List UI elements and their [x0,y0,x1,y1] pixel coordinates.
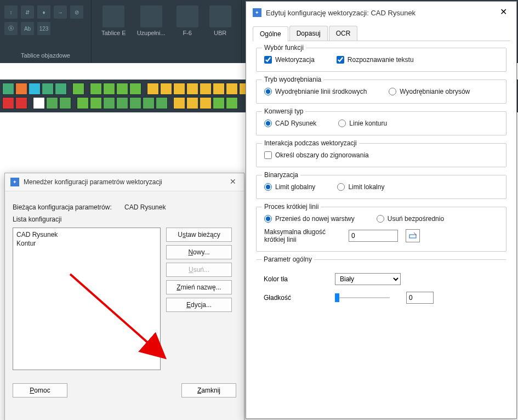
tool-icon[interactable] [213,83,225,95]
fieldset-general-param: Parametr ogólny Kolor tła Biały Gładkość [256,259,506,304]
tool-icon[interactable] [42,83,54,95]
tool-icon[interactable] [226,83,238,95]
radio-local-limit[interactable]: Limit lokalny [337,183,384,191]
tool-icon[interactable] [213,97,225,109]
tool-icon[interactable] [116,97,128,109]
config-listbox[interactable]: CAD Rysunek Kontur [13,228,161,370]
legend: Tryb wyodrębniania [262,76,323,83]
legend: Wybór funkcji [262,44,306,52]
tool-icon[interactable] [129,83,141,95]
radio-centerline[interactable]: Wyodrębnianie linii środkowych [264,88,367,95]
ribbon-icon[interactable]: ⇵ [21,5,34,19]
radio-cad-drawing[interactable]: CAD Rysunek [264,120,316,127]
fieldset-short-line: Proces krótkiej linii Przenieś do nowej … [256,207,506,252]
tool-icon[interactable] [90,97,102,109]
svg-rect-1 [409,235,416,238]
tab-ocr[interactable]: OCR [329,26,358,41]
ribbon-icon[interactable]: Ⓐ [4,22,18,35]
close-icon[interactable]: ✕ [227,177,238,188]
tool-icon[interactable] [15,83,27,95]
current-config-value: CAD Rysunek [124,203,166,211]
tool-icon[interactable] [15,97,27,109]
ribbon-icon[interactable]: ♦ [37,5,50,19]
tool-icon[interactable] [186,97,198,109]
new-button[interactable]: Nowy... [166,245,232,259]
tool-icon[interactable] [173,83,185,95]
help-button[interactable]: Pomoc [13,383,67,398]
radio-contour-lines[interactable]: Linie konturu [338,120,387,127]
tool-icon[interactable] [226,97,238,109]
app-icon: ✦ [253,8,261,17]
radio-move-new-layer[interactable]: Przenieś do nowej warstwy [264,215,355,223]
ribbon-group-tablice: ↕ ⇵ ♦ → ⊘ Ⓐ Ab 123 Tablice objazdowe [0,0,92,63]
tool-icon[interactable] [29,83,41,95]
ribbon-big-button[interactable]: F-6 [171,2,204,61]
bgcolor-select[interactable]: Biały [335,273,401,285]
radio-outline[interactable]: Wyodrębnianie obrysów [389,88,470,95]
bgcolor-label: Kolor tła [264,275,318,283]
tool-icon[interactable] [77,97,89,109]
tool-icon[interactable] [103,97,115,109]
max-short-line-label: Maksymalna długość krótkiej linii [264,228,341,243]
tool-icon[interactable] [200,97,212,109]
radio-global-limit[interactable]: Limit globalny [264,183,315,191]
ribbon-icon[interactable]: 123 [37,22,50,35]
dialog-titlebar[interactable]: ✦ Edytuj konfigurację wektoryzacji: CAD … [246,2,516,24]
tool-icon[interactable] [116,83,128,95]
tool-icon[interactable] [186,83,198,95]
ribbon-icon[interactable]: → [54,5,67,19]
tab-general[interactable]: Ogólne [253,26,288,41]
legend: Interakcja podczas wektoryzacji [262,139,359,147]
close-icon[interactable]: ✕ [497,6,510,19]
ribbon-big-button[interactable]: Tablice E [96,2,132,61]
ribbon-icon[interactable]: ↕ [4,5,18,19]
edit-config-dialog: ✦ Edytuj konfigurację wektoryzacji: CAD … [246,1,517,419]
tool-icon[interactable] [2,97,14,109]
tool-icon[interactable] [90,83,102,95]
smoothness-input[interactable] [406,292,434,304]
tool-icon[interactable] [46,97,58,109]
tool-icon[interactable] [200,83,212,95]
tool-icon[interactable] [129,97,141,109]
tool-icon[interactable] [173,97,185,109]
checkbox-vectorize[interactable]: Wektoryzacja [264,56,315,64]
radio-delete-direct[interactable]: Usuń bezpośrednio [377,215,444,223]
max-short-line-input[interactable] [349,230,398,242]
tool-icon[interactable] [59,97,71,109]
dialog-titlebar[interactable]: ✦ Menedżer konfiguracji parametrów wekto… [5,173,244,191]
checkbox-recognize-text[interactable]: Rozpoznawanie tekstu [337,56,414,64]
list-item[interactable]: CAD Rysunek [15,230,158,239]
list-item[interactable]: Kontur [15,239,158,248]
fieldset-interact: Interakcja podczas wektoryzacji Określ o… [256,143,506,167]
tab-fit[interactable]: Dopasuj [289,26,328,41]
current-config-label: Bieżąca konfiguracja parametrów: [13,203,112,211]
ribbon-icon[interactable]: Ab [21,22,34,35]
ribbon-icon[interactable]: ⊘ [70,5,83,19]
tool-icon[interactable] [160,83,172,95]
tool-icon[interactable] [55,83,67,95]
tool-icon[interactable] [72,83,84,95]
edit-button[interactable]: Edycja... [166,298,232,312]
fieldset-extract: Tryb wyodrębniania Wyodrębnianie linii ś… [256,80,506,104]
set-current-button[interactable]: Ustaw bieżący [166,228,232,242]
list-label: Lista konfiguracji [13,215,236,223]
measure-icon[interactable] [406,229,420,242]
checkbox-ignore-areas[interactable]: Określ obszary do zignorowania [264,151,369,159]
rename-button[interactable]: Zmień nazwę... [166,280,232,294]
tool-icon[interactable] [2,83,14,95]
tool-icon[interactable] [143,97,155,109]
smoothness-slider[interactable] [335,292,390,303]
ribbon-big-button[interactable]: UBR [204,2,237,61]
fieldset-func: Wybór funkcji Wektoryzacja Rozpoznawanie… [256,48,506,72]
tabs: Ogólne Dopasuj OCR [253,26,510,41]
close-button[interactable]: Zamknij [181,383,236,398]
tool-icon[interactable] [103,83,115,95]
ribbon-big-button[interactable]: Uzupełni... [132,2,171,61]
tool-icon[interactable] [156,97,168,109]
legend: Proces krótkiej linii [262,203,321,211]
fieldset-binarization: Binaryzacja Limit globalny Limit lokalny [256,175,506,199]
tool-icon[interactable] [33,97,45,109]
tool-icon[interactable] [147,83,159,95]
delete-button: Usuń... [166,263,232,277]
fieldset-convert: Konwersji typ CAD Rysunek Linie konturu [256,111,506,135]
